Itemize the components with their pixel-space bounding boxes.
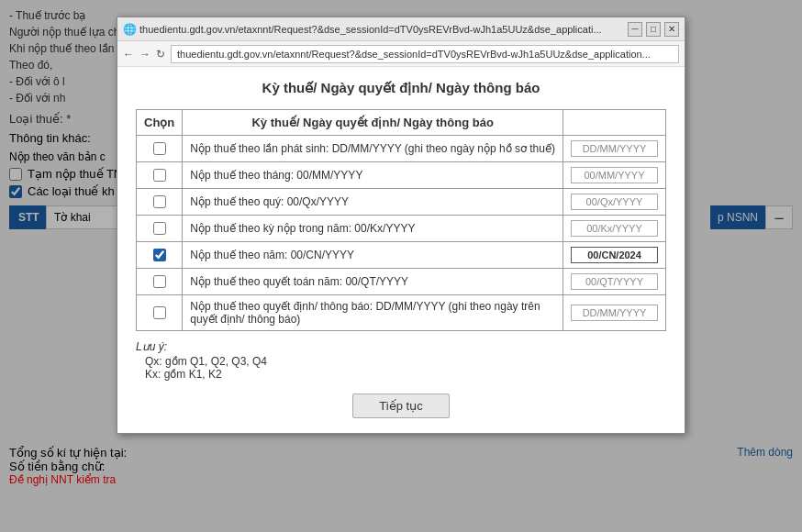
date-input-0[interactable] xyxy=(571,140,658,157)
modal-titlebar: 🌐 thuedientu.gdt.gov.vn/etaxnnt/Request?… xyxy=(117,17,685,41)
date-cell-3 xyxy=(563,216,666,242)
checkbox-cell-5 xyxy=(137,269,183,295)
luu-y-item-0: Qx: gồm Q1, Q2, Q3, Q4 xyxy=(145,355,666,368)
luu-y-section: Lưu ý: Qx: gồm Q1, Q2, Q3, Q4Kx: gồm K1,… xyxy=(136,340,666,381)
row-label-6: Nộp thuế theo quyết định/ thông báo: DD/… xyxy=(183,295,563,331)
checkbox-cell-0 xyxy=(137,136,183,162)
nav-refresh-icon[interactable]: ↻ xyxy=(156,48,165,61)
luu-y-title: Lưu ý: xyxy=(136,340,666,353)
date-cell-1 xyxy=(563,162,666,189)
row-label-2: Nộp thuế theo quý: 00/Qx/YYYY xyxy=(183,189,563,216)
date-input-2[interactable] xyxy=(571,194,658,210)
row-label-0: Nộp thuế theo lần phát sinh: DD/MM/YYYY … xyxy=(183,136,563,162)
row-checkbox-6[interactable] xyxy=(153,306,166,319)
modal-addressbar: ← → ↻ xyxy=(117,41,685,67)
address-bar[interactable] xyxy=(171,45,679,63)
ky-thue-table: Chọn Kỳ thuế/ Ngày quyết định/ Ngày thôn… xyxy=(136,109,666,331)
table-row: Nộp thuế theo quý: 00/Qx/YYYY xyxy=(137,189,666,216)
modal-overlay: 🌐 thuedientu.gdt.gov.vn/etaxnnt/Request?… xyxy=(0,0,802,532)
restore-button[interactable]: □ xyxy=(646,22,661,37)
header-date xyxy=(563,110,666,136)
date-cell-4 xyxy=(563,242,666,269)
date-cell-6 xyxy=(563,295,666,331)
titlebar-controls: ─ □ ✕ xyxy=(628,22,679,37)
browser-icon: 🌐 xyxy=(123,23,136,36)
minimize-button[interactable]: ─ xyxy=(628,22,642,37)
browser-title: thuedientu.gdt.gov.vn/etaxnnt/Request?&d… xyxy=(139,24,620,35)
header-ky-thue: Kỳ thuế/ Ngày quyết định/ Ngày thông báo xyxy=(183,110,563,136)
row-label-5: Nộp thuế theo quyết toán năm: 00/QT/YYYY xyxy=(183,269,563,295)
row-checkbox-5[interactable] xyxy=(153,275,166,288)
row-label-3: Nộp thuế theo kỳ nộp trong năm: 00/Kx/YY… xyxy=(183,216,563,242)
checkbox-cell-1 xyxy=(137,162,183,189)
modal-title: Kỳ thuế/ Ngày quyết định/ Ngày thông báo xyxy=(136,80,666,96)
row-checkbox-2[interactable] xyxy=(153,195,166,208)
table-row: Nộp thuế theo quyết định/ thông báo: DD/… xyxy=(137,295,666,331)
checkbox-cell-3 xyxy=(137,216,183,242)
row-checkbox-0[interactable] xyxy=(153,142,166,155)
date-cell-2 xyxy=(563,189,666,216)
tiep-tuc-button[interactable]: Tiếp tục xyxy=(352,393,449,418)
checkbox-cell-2 xyxy=(137,189,183,216)
row-checkbox-1[interactable] xyxy=(153,169,166,182)
luu-y-items: Qx: gồm Q1, Q2, Q3, Q4Kx: gồm K1, K2 xyxy=(136,355,666,381)
date-cell-0 xyxy=(563,136,666,162)
nav-back-icon[interactable]: ← xyxy=(123,48,134,61)
checkbox-cell-4 xyxy=(137,242,183,269)
modal-window: 🌐 thuedientu.gdt.gov.vn/etaxnnt/Request?… xyxy=(117,17,685,434)
table-row: Nộp thuế theo lần phát sinh: DD/MM/YYYY … xyxy=(137,136,666,162)
date-input-1[interactable] xyxy=(571,167,658,183)
table-row: Nộp thuế theo quyết toán năm: 00/QT/YYYY xyxy=(137,269,666,295)
close-button[interactable]: ✕ xyxy=(664,22,679,37)
row-checkbox-4[interactable] xyxy=(153,249,166,261)
row-label-1: Nộp thuế theo tháng: 00/MM/YYYY xyxy=(183,162,563,189)
checkbox-cell-6 xyxy=(137,295,183,331)
modal-body: Kỳ thuế/ Ngày quyết định/ Ngày thông báo… xyxy=(117,67,685,433)
nav-forward-icon[interactable]: → xyxy=(139,48,150,61)
table-row: Nộp thuế theo năm: 00/CN/YYYY xyxy=(137,242,666,269)
row-label-4: Nộp thuế theo năm: 00/CN/YYYY xyxy=(183,242,563,269)
row-checkbox-3[interactable] xyxy=(153,222,166,235)
date-cell-5 xyxy=(563,269,666,295)
date-input-4[interactable] xyxy=(571,247,658,263)
luu-y-item-1: Kx: gồm K1, K2 xyxy=(145,368,666,381)
table-row: Nộp thuế theo kỳ nộp trong năm: 00/Kx/YY… xyxy=(137,216,666,242)
header-chon: Chọn xyxy=(137,110,183,136)
table-row: Nộp thuế theo tháng: 00/MM/YYYY xyxy=(137,162,666,189)
date-input-5[interactable] xyxy=(571,273,658,290)
date-input-6[interactable] xyxy=(571,305,658,321)
date-input-3[interactable] xyxy=(571,220,658,237)
